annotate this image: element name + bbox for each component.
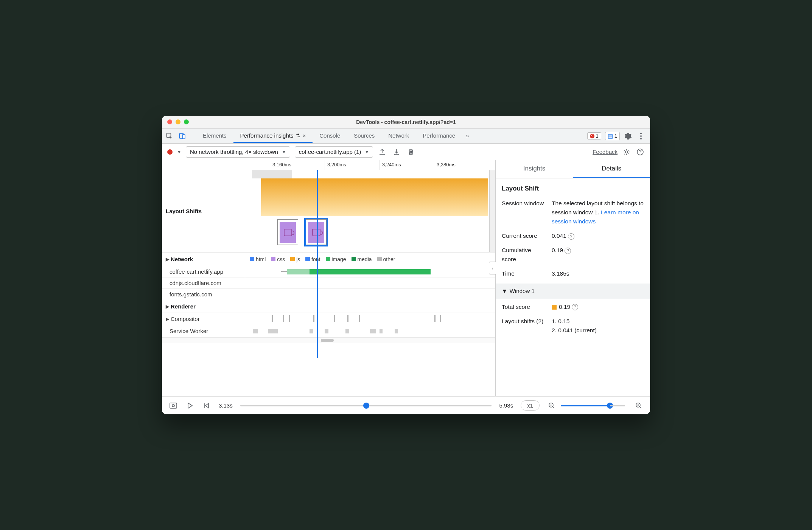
svg-point-4 <box>640 135 642 137</box>
time-start: 3.13s <box>219 402 233 409</box>
network-host-body[interactable] <box>245 266 495 277</box>
timing-block <box>252 170 292 178</box>
record-icon[interactable] <box>167 149 173 155</box>
import-icon[interactable] <box>392 147 401 157</box>
timeline-panel: 3,160ms 3,200ms 3,240ms 3,280ms Layout S… <box>162 160 496 396</box>
insights-toolbar: ▼ No network throttling, 4× slowdown ▼ c… <box>162 144 650 160</box>
service-worker-label[interactable]: Service Worker <box>162 325 245 337</box>
service-worker-body[interactable] <box>245 325 495 337</box>
svg-rect-8 <box>170 403 177 408</box>
tab-performance[interactable]: Performance <box>416 129 462 143</box>
error-badge[interactable]: 1 <box>587 132 601 139</box>
network-track-header: ▶ Network html css js font image media o… <box>162 253 495 266</box>
help-icon[interactable] <box>636 147 645 157</box>
insights-tab[interactable]: Insights <box>496 160 573 178</box>
network-host[interactable]: coffee-cart.netlify.app <box>162 266 245 277</box>
delete-icon[interactable] <box>406 147 415 157</box>
collapse-icon: ▶ <box>166 257 169 262</box>
tab-sources[interactable]: Sources <box>347 129 381 143</box>
device-toggle-icon[interactable] <box>178 132 187 141</box>
window-subheader[interactable]: ▼ Window 1 <box>496 284 650 298</box>
details-body: Layout Shift Session window The selected… <box>496 178 650 346</box>
kv-session-window: Session window The selected layout shift… <box>502 199 644 226</box>
network-host-row: coffee-cart.netlify.app <box>162 266 495 277</box>
tabbar-left <box>165 129 191 143</box>
zoom-out-icon[interactable] <box>547 401 556 410</box>
window-title: DevTools - coffee-cart.netlify.app/?ad=1 <box>162 119 650 125</box>
session-window-value: The selected layout shift belongs to ses… <box>552 199 644 226</box>
gear-icon[interactable] <box>622 147 631 157</box>
h-scrollbar-thumb[interactable] <box>321 339 334 342</box>
panel-collapse-icon[interactable]: › <box>489 262 496 274</box>
close-tab-icon[interactable]: × <box>302 132 306 139</box>
zoom-slider-thumb[interactable] <box>607 403 613 409</box>
zoom-slider[interactable] <box>561 405 610 406</box>
request-bar[interactable] <box>310 269 431 274</box>
devtools-window: DevTools - coffee-cart.netlify.app/?ad=1… <box>162 116 650 414</box>
list-item[interactable]: 2. 0.041 (current) <box>552 326 644 335</box>
throttling-dropdown[interactable]: No network throttling, 4× slowdown ▼ <box>186 146 290 158</box>
kv-layout-shifts-list: Layout shifts (2) 1. 0.15 2. 0.041 (curr… <box>502 317 644 335</box>
playhead-line[interactable] <box>317 170 318 358</box>
more-tabs-icon[interactable]: » <box>462 129 473 143</box>
overview-scrollbar[interactable] <box>489 170 495 252</box>
zoom-in-icon[interactable] <box>634 401 643 410</box>
tab-network[interactable]: Network <box>381 129 416 143</box>
layout-shifts-body[interactable] <box>245 170 495 252</box>
network-host[interactable]: fonts.gstatic.com <box>162 289 245 300</box>
details-tab[interactable]: Details <box>573 160 650 178</box>
help-icon[interactable]: ? <box>568 233 574 240</box>
feedback-link[interactable]: Feedback <box>593 149 618 155</box>
details-heading: Layout Shift <box>502 184 644 194</box>
time-ruler[interactable]: 3,160ms 3,200ms 3,240ms 3,280ms <box>245 160 495 170</box>
tab-console[interactable]: Console <box>313 129 347 143</box>
time-slider-thumb[interactable] <box>363 403 369 409</box>
request-lead <box>287 269 310 274</box>
message-badge[interactable]: ▤ 1 <box>605 132 620 140</box>
layout-shift-thumbnail[interactable] <box>277 219 298 245</box>
time-slider[interactable] <box>240 405 492 406</box>
preview-icon[interactable] <box>169 401 178 410</box>
renderer-label[interactable]: ▶ Renderer <box>162 303 245 310</box>
network-host-row: fonts.gstatic.com <box>162 289 495 300</box>
speed-pill[interactable]: x1 <box>521 400 540 411</box>
layout-shifts-track: Layout Shifts <box>162 170 495 253</box>
layout-shift-thumbnail-selected[interactable] <box>306 219 327 245</box>
layout-shifts-label: Layout Shifts <box>162 170 245 252</box>
compositor-body[interactable] <box>245 313 495 325</box>
record-options-icon[interactable]: ▼ <box>177 150 181 154</box>
h-scrollbar[interactable] <box>162 337 495 343</box>
list-item[interactable]: 1. 0.15 <box>552 317 644 326</box>
help-icon[interactable]: ? <box>565 248 571 254</box>
rewind-icon[interactable] <box>202 401 211 410</box>
tab-elements[interactable]: Elements <box>196 129 233 143</box>
export-icon[interactable] <box>378 147 387 157</box>
inspect-icon[interactable] <box>165 132 174 141</box>
flask-icon: ⚗ <box>296 133 300 138</box>
ruler-tick: 3,240ms <box>380 160 401 170</box>
timing-gradient <box>261 178 488 216</box>
network-host[interactable]: cdnjs.cloudflare.com <box>162 277 245 288</box>
ruler-tick: 3,280ms <box>434 160 456 170</box>
tab-performance-insights[interactable]: Performance insights ⚗ × <box>233 129 313 143</box>
devtools-tabbar: Elements Performance insights ⚗ × Consol… <box>162 129 650 144</box>
play-icon[interactable] <box>185 401 194 410</box>
tabbar-right: 1 ▤ 1 <box>587 129 647 143</box>
score-color-chip <box>552 305 557 310</box>
compositor-label[interactable]: ▶ Compositor <box>162 313 245 325</box>
details-panel: Insights Details Layout Shift Session wi… <box>496 160 650 396</box>
details-tabs: Insights Details <box>496 160 650 178</box>
panel-tabs: Elements Performance insights ⚗ × Consol… <box>196 129 473 143</box>
chevron-down-icon: ▼ <box>365 150 369 154</box>
network-host-row: cdnjs.cloudflare.com <box>162 277 495 289</box>
help-icon[interactable]: ? <box>572 304 578 310</box>
kv-current-score: Current score 0.041? <box>502 231 644 240</box>
titlebar: DevTools - coffee-cart.netlify.app/?ad=1 <box>162 116 650 129</box>
kebab-menu-icon[interactable] <box>636 132 646 141</box>
network-label[interactable]: ▶ Network <box>162 256 245 262</box>
toolbar-actions <box>378 147 415 157</box>
svg-point-5 <box>640 138 642 139</box>
target-dropdown[interactable]: coffee-cart.netlify.app (1) ▼ <box>295 146 373 158</box>
settings-icon[interactable] <box>624 132 633 141</box>
svg-point-6 <box>625 151 628 153</box>
